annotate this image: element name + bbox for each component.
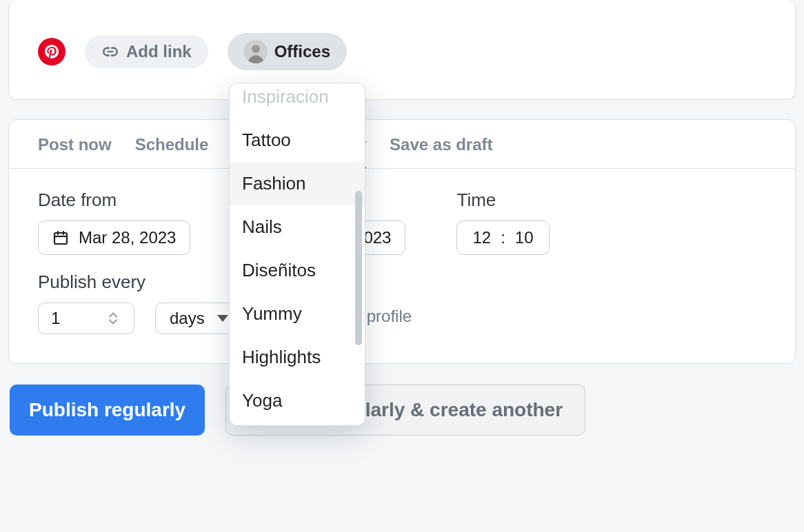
board-option[interactable]: Inspiracion xyxy=(230,86,365,119)
stepper-control[interactable] xyxy=(109,309,121,328)
date-from-label: Date from xyxy=(38,190,190,211)
interval-unit: days xyxy=(170,309,205,328)
board-name: Offices xyxy=(274,42,330,61)
tab-post-now[interactable]: Post now xyxy=(38,135,112,168)
board-avatar xyxy=(244,40,268,63)
tab-schedule[interactable]: Schedule xyxy=(135,135,209,168)
time-field: Time 12 : 10 xyxy=(456,190,549,255)
board-option[interactable]: Yummy xyxy=(230,292,365,336)
publish-every-label: Publish every xyxy=(38,272,766,293)
board-dropdown[interactable]: Inspiracion Tattoo Fashion Nails Diseñit… xyxy=(229,83,365,426)
board-option[interactable]: Yoga xyxy=(230,379,365,422)
time-colon: : xyxy=(501,228,505,247)
svg-point-1 xyxy=(252,45,260,53)
chevron-down-icon xyxy=(109,319,117,325)
tab-save-draft[interactable]: Save as draft xyxy=(390,135,492,168)
schedule-panel: Post now Schedule Publish regularly Save… xyxy=(8,119,796,364)
time-minute: 10 xyxy=(515,228,534,247)
chevron-down-icon xyxy=(217,315,228,322)
calendar-icon xyxy=(52,229,69,246)
publish-every-field: Publish every 1 days profile xyxy=(38,272,766,334)
publish-mode-tabs: Post now Schedule Publish regularly Save… xyxy=(9,120,795,169)
time-label: Time xyxy=(456,190,549,211)
avatar-icon xyxy=(244,40,268,63)
add-link-label: Add link xyxy=(126,42,192,61)
board-selector[interactable]: Offices xyxy=(228,33,347,70)
time-hour: 12 xyxy=(472,228,491,247)
chevron-up-icon xyxy=(109,312,117,318)
pinterest-icon xyxy=(43,43,60,60)
time-picker[interactable]: 12 : 10 xyxy=(456,221,549,255)
editor-toolbar: Add link Offices xyxy=(8,0,796,100)
date-from-field: Date from Mar 28, 2023 xyxy=(38,190,190,255)
date-from-value: Mar 28, 2023 xyxy=(79,228,176,247)
interval-value-input[interactable]: 1 xyxy=(38,303,134,334)
board-option[interactable]: Fashion xyxy=(230,162,365,205)
add-link-button[interactable]: Add link xyxy=(85,35,208,68)
publish-regularly-button[interactable]: Publish regularly xyxy=(10,385,205,436)
date-from-picker[interactable]: Mar 28, 2023 xyxy=(38,221,190,255)
svg-rect-2 xyxy=(54,233,67,244)
dropdown-scrollbar[interactable] xyxy=(355,191,362,345)
date-to-value: 023 xyxy=(363,228,391,247)
footer-actions: Publish regularly Publish regularly & cr… xyxy=(8,383,796,436)
board-option[interactable]: Highlights xyxy=(230,336,365,379)
interval-value: 1 xyxy=(51,309,60,328)
pinterest-logo xyxy=(38,38,66,65)
link-icon xyxy=(101,43,119,61)
board-option[interactable]: Nails xyxy=(230,205,365,249)
timezone-note: profile xyxy=(367,307,412,334)
board-dropdown-list: Inspiracion Tattoo Fashion Nails Diseñit… xyxy=(230,83,365,425)
board-option[interactable]: Diseñitos xyxy=(230,249,365,292)
board-option[interactable]: Tattoo xyxy=(230,119,365,162)
